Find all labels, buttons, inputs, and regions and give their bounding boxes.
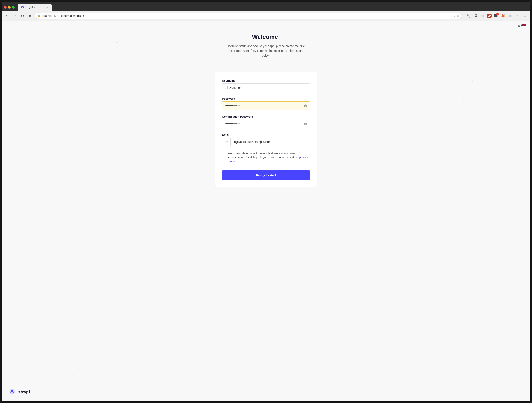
username-label: Username — [222, 79, 310, 82]
refresh-button[interactable] — [19, 13, 25, 19]
deco-dot-3 — [61, 123, 63, 124]
new-tab-button[interactable]: + — [54, 5, 56, 10]
nav-right-icons: 🔧 LD ⬛ 3 🦊 — [465, 13, 528, 19]
address-bar[interactable]: 🔒 localhost:1337/admin/auth/register ···… — [35, 13, 462, 19]
deco-circle-4 — [463, 95, 469, 100]
close-button[interactable] — [4, 6, 6, 9]
address-options: ··· — [448, 14, 452, 17]
tab-title: Register — [26, 6, 35, 9]
lang-code: EN — [516, 24, 520, 27]
traffic-lights — [4, 6, 15, 9]
divider — [215, 65, 317, 65]
confirm-password-wrapper — [222, 120, 310, 128]
flag-icon — [521, 24, 526, 27]
shield-icon: 🛡 — [453, 14, 456, 17]
menu-icon[interactable] — [522, 13, 528, 19]
tab-close-icon[interactable]: ✕ — [46, 6, 48, 8]
extension-badge[interactable]: ⬛ 3 — [493, 13, 499, 19]
tools-icon[interactable]: 🔧 — [465, 13, 471, 19]
deco-circle-2 — [59, 53, 63, 57]
page-subtitle: To finish setup and secure your app, ple… — [226, 44, 306, 58]
chevron-down-icon[interactable] — [515, 13, 520, 19]
terms-link[interactable]: terms — [281, 156, 289, 159]
url-display: localhost:1337/admin/auth/register — [42, 14, 447, 17]
forward-button[interactable] — [12, 13, 18, 19]
deco-circle-3 — [448, 68, 456, 76]
deco-circle-5 — [74, 370, 84, 380]
password-toggle-icon[interactable] — [304, 104, 307, 108]
minimize-button[interactable] — [8, 6, 11, 9]
back-button[interactable] — [4, 13, 10, 19]
deco-circle-1 — [70, 33, 82, 46]
ld-icon[interactable]: LD — [487, 14, 492, 18]
submit-button[interactable]: Ready to start — [222, 171, 310, 180]
deco-dot-2 — [472, 80, 473, 82]
tab-favicon — [21, 6, 24, 9]
password-group: Password — [222, 97, 310, 110]
page-content: EN Welcome! To finish setup and secure y… — [2, 21, 530, 401]
active-tab[interactable]: Register ✕ — [18, 4, 51, 11]
strapi-icon — [8, 388, 16, 396]
maximize-button[interactable] — [12, 6, 15, 9]
strapi-logo: strapi — [8, 388, 30, 396]
newsletter-label: Keep me updated about the new features a… — [228, 151, 310, 164]
addon-icon[interactable]: 🦊 — [500, 13, 506, 19]
security-icon: 🔒 — [38, 14, 41, 17]
confirm-password-input[interactable] — [222, 120, 310, 128]
home-button[interactable] — [27, 13, 33, 19]
strapi-name: strapi — [18, 390, 30, 395]
tab-bar: Register ✕ + — [2, 2, 530, 11]
email-input[interactable] — [222, 138, 310, 146]
email-group: Email @ — [222, 133, 310, 146]
bookmark-icon[interactable]: ☆ — [457, 14, 459, 17]
confirm-password-label: Confirmation Password — [222, 115, 310, 118]
tabs-icon[interactable] — [480, 13, 486, 19]
at-icon: @ — [222, 138, 231, 146]
newsletter-checkbox[interactable] — [222, 152, 225, 155]
email-wrapper: @ — [222, 138, 310, 146]
password-wrapper — [222, 102, 310, 110]
password-input[interactable] — [222, 102, 310, 110]
badge-count: 3 — [496, 13, 499, 15]
confirm-password-group: Confirmation Password — [222, 115, 310, 128]
deco-dot-1 — [116, 42, 118, 43]
newsletter-checkbox-group: Keep me updated about the new features a… — [222, 151, 310, 164]
library-icon[interactable] — [473, 13, 479, 19]
grid-icon[interactable] — [507, 13, 513, 19]
username-input[interactable] — [222, 83, 310, 92]
password-label: Password — [222, 97, 310, 100]
language-selector[interactable]: EN — [516, 24, 526, 27]
username-group: Username — [222, 79, 310, 92]
nav-bar: 🔒 localhost:1337/admin/auth/register ···… — [2, 11, 530, 21]
page-title: Welcome! — [215, 33, 317, 40]
form-card: Username Password — [215, 72, 317, 187]
register-container: Welcome! To finish setup and secure your… — [211, 21, 321, 204]
confirm-password-toggle-icon[interactable] — [304, 122, 307, 126]
email-label: Email — [222, 133, 310, 136]
